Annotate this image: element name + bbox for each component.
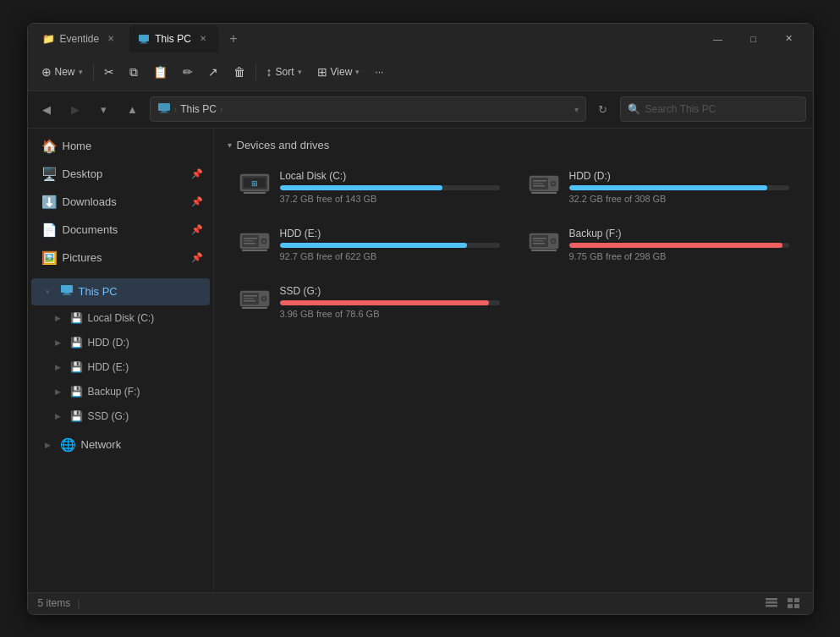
toolbar-sep-2	[255, 63, 256, 80]
hdd-e-icon: 💾	[70, 361, 83, 373]
sidebar-item-documents[interactable]: 📄 Documents 📌	[31, 217, 210, 244]
paste-button[interactable]: 📋	[146, 61, 174, 83]
backup-f-expand[interactable]: ▶	[52, 385, 65, 398]
drive-bar-bg-c	[280, 185, 500, 190]
content-area: ▾ Devices and drives ⊞ Local Disk (C:) 3	[214, 129, 813, 592]
drive-card-g[interactable]: SSD (G:) 3.96 GB free of 78.6 GB	[228, 277, 510, 327]
svg-rect-43	[244, 298, 254, 299]
search-icon: 🔍	[628, 103, 640, 115]
toolbar-sep-1	[93, 63, 94, 80]
svg-rect-37	[531, 250, 557, 251]
hdd-e-expand[interactable]: ▶	[52, 360, 65, 374]
new-tab-button[interactable]: +	[222, 27, 245, 51]
tab-this-pc-close[interactable]: ✕	[196, 32, 210, 46]
sidebar-item-backup-f[interactable]: ▶ 💾 Backup (F:)	[31, 380, 210, 404]
drive-bar-bg-e	[280, 243, 500, 248]
svg-point-17	[552, 182, 554, 184]
up-button[interactable]: ▲	[121, 97, 145, 121]
svg-rect-6	[61, 285, 73, 293]
address-path[interactable]: › This PC › ▾	[150, 96, 586, 122]
details-view-button[interactable]	[762, 595, 781, 612]
drive-img-d	[527, 170, 561, 197]
path-root: This PC	[180, 103, 217, 115]
close-button[interactable]: ✕	[772, 27, 806, 51]
path-sep2: ›	[220, 104, 223, 114]
drive-info-d: HDD (D:) 32.2 GB free of 308 GB	[569, 170, 789, 204]
tiles-view-button[interactable]	[784, 595, 803, 612]
network-expand-icon[interactable]: ▶	[41, 438, 55, 452]
tab-eventide-close[interactable]: ✕	[104, 32, 118, 46]
svg-text:⊞: ⊞	[251, 179, 258, 188]
path-dropdown-icon[interactable]: ▾	[574, 105, 579, 114]
tab-eventide-icon: 📁	[43, 33, 55, 45]
drive-bar-fill-g	[280, 300, 489, 305]
svg-rect-3	[158, 103, 170, 111]
section-toggle[interactable]: ▾	[228, 140, 232, 150]
recent-button[interactable]: ▾	[92, 97, 116, 121]
sidebar-item-network[interactable]: ▶ 🌐 Network	[31, 431, 210, 459]
drive-bar-fill-d	[569, 185, 767, 190]
drive-card-e[interactable]: HDD (E:) 92.7 GB free of 622 GB	[228, 219, 510, 270]
ssd-g-expand[interactable]: ▶	[52, 409, 65, 423]
pictures-pin-icon: 📌	[191, 252, 203, 263]
drive-info-f: Backup (F:) 9.75 GB free of 298 GB	[569, 228, 789, 261]
copy-button[interactable]: ⧉	[123, 61, 145, 84]
drive-info-e: HDD (E:) 92.7 GB free of 622 GB	[280, 228, 500, 261]
svg-rect-50	[794, 598, 799, 602]
toolbar: ⊕ New ▾ ✂ ⧉ 📋 ✏ ↗ 🗑 ↕ Sort ▾ ⊞	[28, 54, 813, 91]
pictures-icon: 🖼️	[41, 250, 58, 266]
drive-bar-bg-d	[569, 185, 789, 190]
home-icon: 🏠	[41, 139, 58, 154]
sidebar-item-this-pc[interactable]: ▾ This PC	[31, 278, 210, 305]
sidebar-item-hdd-e[interactable]: ▶ 💾 HDD (E:)	[31, 355, 210, 379]
sort-icon: ↕	[266, 65, 272, 79]
view-button[interactable]: ⊞ View ▾	[310, 61, 367, 83]
share-button[interactable]: ↗	[201, 61, 225, 83]
tab-eventide[interactable]: 📁 Eventide ✕	[35, 25, 127, 52]
hdd-d-expand[interactable]: ▶	[52, 336, 65, 349]
svg-rect-29	[242, 250, 267, 251]
forward-button[interactable]: ▶	[63, 97, 87, 121]
hdd-d-label: HDD (D:)	[88, 337, 129, 349]
sidebar-item-home[interactable]: 🏠 Home	[31, 133, 210, 160]
minimize-button[interactable]: —	[701, 27, 735, 51]
tab-this-pc[interactable]: This PC ✕	[129, 25, 218, 52]
section-title: Devices and drives	[237, 139, 330, 151]
svg-rect-36	[533, 243, 545, 244]
view-label: View	[331, 66, 353, 78]
drive-name-c: Local Disk (C:)	[280, 170, 500, 182]
search-box[interactable]: 🔍 Search This PC	[620, 96, 806, 122]
hdd-e-label: HDD (E:)	[88, 361, 129, 373]
sidebar-desktop-label: Desktop	[63, 167, 186, 180]
sidebar-item-downloads[interactable]: ⬇️ Downloads 📌	[31, 189, 210, 216]
rename-button[interactable]: ✏	[176, 61, 200, 83]
sort-button[interactable]: ↕ Sort ▾	[260, 61, 309, 83]
svg-rect-7	[64, 293, 69, 294]
back-button[interactable]: ◀	[35, 97, 58, 121]
drive-card-d[interactable]: HDD (D:) 32.2 GB free of 308 GB	[517, 162, 799, 212]
new-button[interactable]: ⊕ New ▾	[35, 61, 90, 83]
svg-rect-51	[788, 604, 793, 608]
search-placeholder: Search This PC	[645, 103, 716, 115]
maximize-button[interactable]: □	[737, 27, 771, 51]
drive-free-g: 3.96 GB free of 78.6 GB	[280, 309, 500, 319]
sidebar-item-hdd-d[interactable]: ▶ 💾 HDD (D:)	[31, 331, 210, 354]
path-sep: ›	[174, 104, 178, 114]
cut-button[interactable]: ✂	[97, 61, 121, 83]
rename-icon: ✏	[183, 65, 193, 79]
this-pc-expand-icon[interactable]: ▾	[41, 285, 55, 299]
desktop-pin-icon: 📌	[191, 168, 203, 179]
backup-f-label: Backup (F:)	[88, 386, 140, 398]
sidebar-item-pictures[interactable]: 🖼️ Pictures 📌	[31, 244, 210, 272]
drive-card-f[interactable]: Backup (F:) 9.75 GB free of 298 GB	[517, 219, 799, 270]
refresh-button[interactable]: ↻	[591, 97, 615, 121]
delete-icon: 🗑	[233, 65, 245, 79]
share-icon: ↗	[208, 65, 218, 79]
sidebar-item-desktop[interactable]: 🖥️ Desktop 📌	[31, 161, 210, 188]
more-button[interactable]: ···	[368, 62, 390, 82]
delete-button[interactable]: 🗑	[227, 61, 252, 83]
sidebar-item-ssd-g[interactable]: ▶ 💾 SSD (G:)	[31, 404, 210, 428]
sidebar-item-local-disk-c[interactable]: ▶ 💾 Local Disk (C:)	[31, 306, 210, 330]
local-disk-c-expand[interactable]: ▶	[52, 311, 65, 325]
drive-card-c[interactable]: ⊞ Local Disk (C:) 37.2 GB free of 143 GB	[228, 162, 510, 212]
